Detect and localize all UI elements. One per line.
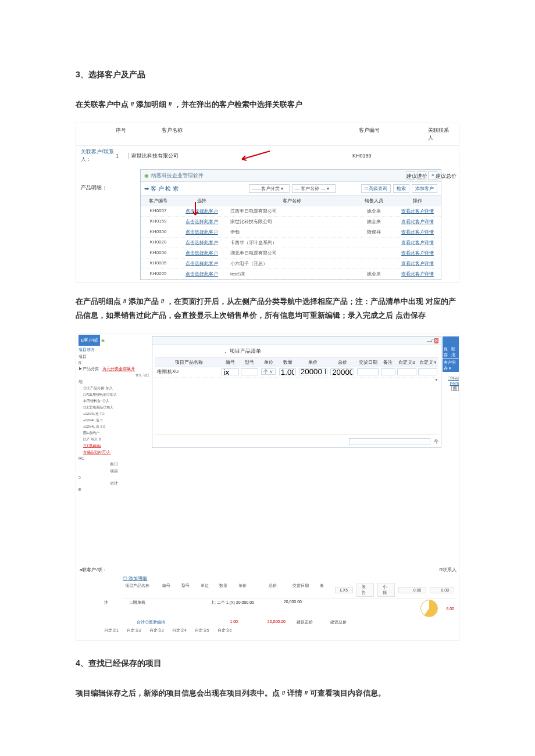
th-no: 编号: [221, 359, 240, 366]
tree-node[interactable]: 比产 W入 0: [81, 436, 152, 443]
search-input[interactable]: [349, 438, 430, 445]
view-detail-link[interactable]: 查看此客户详情: [394, 239, 441, 246]
cell-cust-name: 家世比科技有限公司: [228, 218, 354, 225]
label-serial: 序号: [116, 127, 162, 142]
heji-p1: 建议进价: [288, 619, 322, 625]
input-no[interactable]: [222, 368, 239, 375]
r-label: R: [76, 360, 152, 366]
input-c3[interactable]: [397, 368, 416, 375]
tree-node[interactable]: »12V4L 造 0: [81, 417, 152, 424]
add-detail-link[interactable]: ◎ 添加明细: [123, 576, 147, 581]
input-c4[interactable]: [418, 368, 437, 375]
saveas-button[interactable]: 客户另存 ▾: [443, 359, 459, 372]
select-customer-link[interactable]: 点击选择此客户: [176, 218, 228, 225]
filter-category-select[interactable]: ——客户分类 ▾: [249, 184, 290, 193]
save-button[interactable]: 保存: [444, 346, 450, 358]
th-sales: 销售人员: [354, 198, 394, 204]
expand-all-link[interactable]: 页元分类全部展开: [102, 366, 135, 372]
rm-1: 发告: [356, 583, 374, 597]
sum-th-7: 交货日期: [290, 583, 318, 597]
th-date: 交货日期: [356, 359, 380, 366]
select-customer-link[interactable]: 点击选择此客户: [176, 250, 228, 256]
view-detail-link[interactable]: 查看此客户详情: [394, 260, 441, 267]
cell-cust-name: testS来: [228, 271, 354, 277]
table-row[interactable]: KH0055点击选择此客户testS来姚金来查看此客户详情: [141, 269, 441, 280]
cancel-button[interactable]: 取消: [451, 346, 458, 358]
tree-node[interactable]: »12V4L道 TO: [81, 411, 152, 417]
table-row[interactable]: KH0050点击选择此客户湖北丰日电源有限公司查看此客户详情: [141, 248, 441, 259]
table-row[interactable]: KH0057点击选择此客户江西丰日电源有限公司姚金来查看此客户详情: [141, 206, 441, 217]
input-model[interactable]: [241, 368, 258, 375]
prod-category[interactable]: ▶产品分类: [79, 366, 99, 372]
view-detail-link[interactable]: 查看此客户详情: [394, 229, 441, 235]
select-customer-link[interactable]: 点击选择此客户: [176, 229, 228, 235]
table-row[interactable]: KH0350点击选择此客户伊甸陆保祥查看此客户详情: [141, 227, 441, 238]
view-detail-link[interactable]: 查看此客户详情: [394, 218, 441, 225]
close-button[interactable]: ✕: [434, 338, 438, 343]
search-toolbar: ➡ 客 户 检 索 ——客户分类 ▾ — 客户名称 — ▾ □ 高级查询 检索 …: [141, 182, 441, 196]
zd-link[interactable]: □%¼I [%in]: [448, 376, 459, 385]
label-cust-name: 客户名称: [162, 127, 277, 142]
cell-sales: [354, 239, 394, 246]
input-price[interactable]: [299, 368, 327, 375]
tree-node[interactable]: »12V4L 造 2.0: [81, 424, 152, 430]
select-customer-link[interactable]: 点击选择此客户: [176, 260, 228, 267]
image-icon[interactable]: 图: [451, 386, 459, 391]
fuji-row: 上: 二个 1.(X) 20,000.00: [165, 600, 256, 617]
tree-node[interactable]: 面E条约户: [81, 430, 152, 436]
add-customer-button[interactable]: 添加客户: [412, 184, 437, 193]
input-total[interactable]: [330, 368, 354, 375]
table-row[interactable]: KH0005点击选择此客户小六电子（汪总）查看此客户详情: [141, 259, 441, 269]
item-label: 项目: [76, 353, 152, 360]
cell-sales: 姚金来: [354, 271, 394, 277]
filter-name-select[interactable]: — 客户名称 — ▾: [292, 184, 336, 193]
section3-para1: 在关联客户中点〃添加明细〃，并在弹出的客户检索中选择关联客户: [76, 98, 459, 111]
tree-node[interactable]: ◎比产品分类: 加入: [81, 385, 152, 392]
sum-th-4: 数量: [217, 583, 236, 597]
section3-heading: 3、选择客户及产品: [76, 70, 459, 80]
minimize-button[interactable]: —: [427, 338, 431, 343]
cell-cust-name: 伊甸: [228, 229, 354, 235]
view-detail-link[interactable]: 查看此客户详情: [394, 271, 441, 277]
cell-cust-no: KH0055: [141, 271, 176, 277]
assoc-customer-label: 关联客户/联系人：: [81, 148, 116, 163]
select-customer-link[interactable]: 点击选择此客户: [176, 239, 228, 246]
heji-link[interactable]: 合计◎重新编辑: [134, 619, 191, 625]
icon-text: π⅜ ⅟s1: [76, 372, 152, 378]
view-detail-link[interactable]: 查看此客户详情: [394, 208, 441, 214]
unit-select[interactable]: 个 ∨: [261, 368, 276, 375]
app-icon: ◉: [144, 173, 149, 178]
assoc-customer-label-2: a联客户/联：: [80, 567, 107, 573]
tree-node[interactable]: 互T求10/01: [81, 443, 152, 449]
client-tab[interactable]: E客户端: [79, 335, 100, 346]
tree-node[interactable]: □比车地调品◎加入: [81, 404, 152, 411]
input-remark[interactable]: [381, 368, 395, 375]
window-titlebar-2: — □ ✕: [152, 337, 441, 345]
search-button[interactable]: 检索: [393, 184, 409, 193]
tree-node[interactable]: □汽车用锂电池◎加入: [81, 392, 152, 398]
status-icon: ◉: [101, 338, 105, 342]
sum-th-8: 备: [318, 583, 333, 597]
select-customer-link[interactable]: 点击选择此客户: [176, 271, 228, 277]
input-date[interactable]: [357, 368, 379, 375]
attachment-checkbox[interactable]: □ 附单机: [127, 600, 165, 617]
tree-node[interactable]: 古键品无缺0万\入: [81, 449, 152, 456]
cell-cust-no: KH0050: [141, 250, 176, 256]
cell-sales: 陆保祥: [354, 229, 394, 235]
th-cust-name: 客户名称: [228, 198, 354, 204]
input-qty[interactable]: [279, 368, 297, 375]
customer-search-window: ◉ 纳客科技企业管理软件 — □ ✕ ➡ 客 户 检 索 ——客户分类 ▾ — …: [140, 169, 441, 280]
view-detail-link[interactable]: 查看此客户详情: [394, 250, 441, 256]
label-e: E: [76, 487, 152, 492]
table-row[interactable]: KH0028点击选择此客户卡西华（牙叶盒系列）查看此客户详情: [141, 238, 441, 248]
sum-th-1: 编号: [160, 583, 179, 597]
th-c4: 自定义4: [417, 359, 438, 366]
heji-p2: 建议总价: [322, 619, 355, 625]
section4-heading: 4、查找已经保存的项目: [76, 658, 459, 669]
table-row[interactable]: KH0159点击选择此客户家世比科技有限公司姚金来查看此客户详情: [141, 217, 441, 227]
tree-node[interactable]: 丰田锂料台: ◎入: [81, 398, 152, 404]
advanced-query-button[interactable]: □ 高级查询: [361, 184, 391, 193]
th-remark: 备注: [380, 359, 396, 366]
section3-para2: 在产品明细点〃添加产品〃，在页面打开后，从左侧产品分类导航中选择相应产品；注：产…: [76, 295, 459, 322]
serial-value: 1: [116, 153, 126, 159]
